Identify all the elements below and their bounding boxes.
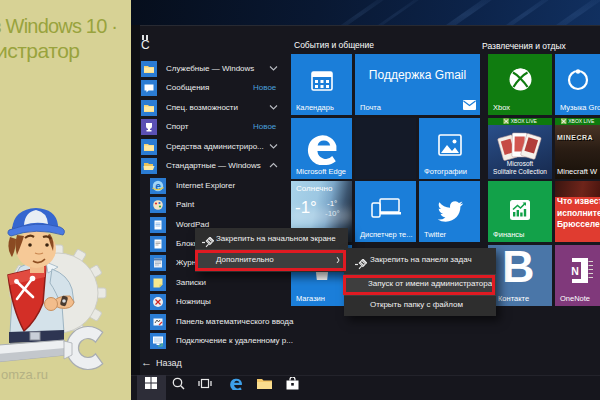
svg-text:N: N (571, 265, 579, 277)
